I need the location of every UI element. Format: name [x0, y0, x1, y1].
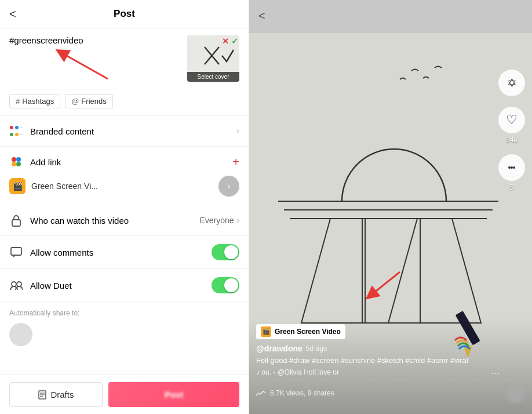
allow-duet-label: Allow Duet: [30, 281, 212, 290]
comments-action: 5: [498, 154, 525, 191]
comments-button[interactable]: [498, 154, 525, 181]
drafts-button[interactable]: Drafts: [9, 382, 103, 407]
tag-buttons-row: # Hashtags @ Friends: [0, 89, 249, 116]
hashtags-button[interactable]: # Hashtags: [9, 94, 60, 108]
add-link-icon: [9, 155, 23, 169]
stats-icon: [256, 390, 265, 397]
star-button[interactable]: ✡: [498, 70, 525, 96]
toggle-knob: [224, 245, 238, 259]
stats-text: 6.7K views, 9 shares: [270, 389, 334, 397]
everyone-text: Everyone: [200, 216, 234, 225]
avatar: [507, 384, 525, 402]
svg-point-8: [16, 162, 21, 166]
at-icon: @: [71, 97, 79, 106]
post-header: < Post: [0, 0, 249, 28]
green-screen-link-row: 🎬 Green Screen Vi... ›: [0, 171, 249, 205]
who-can-watch-label: Who can watch this video: [30, 216, 200, 226]
star-icon: ✡: [507, 76, 517, 90]
thumbnail-container[interactable]: ✕ ✓ Select cover: [187, 35, 239, 82]
who-can-watch-chevron: ›: [236, 215, 239, 226]
content-area: #greenscreenvideo: [0, 28, 249, 375]
heart-button[interactable]: ♡: [498, 107, 525, 133]
friends-button[interactable]: @ Friends: [65, 94, 113, 108]
duet-toggle-knob: [224, 278, 238, 292]
heart-count: 940: [506, 136, 518, 144]
music-row: ♪ ou. - @Olivia Holt love or: [256, 368, 525, 376]
left-panel: < Post #greenscreenvideo: [0, 0, 249, 414]
svg-point-12: [17, 282, 21, 286]
x-mark: ✕: [222, 37, 229, 46]
time-ago: 5d ago: [306, 344, 327, 353]
friends-label: Friends: [81, 97, 106, 106]
annotation-arrow: [44, 47, 114, 82]
comment-icon: [9, 245, 23, 259]
drafts-label: Drafts: [50, 390, 74, 400]
svg-point-26: [513, 166, 515, 169]
stats-row: 6.7K views, 9 shares: [256, 380, 525, 402]
duet-icon: [9, 278, 23, 292]
branded-content-row[interactable]: Branded content ›: [0, 116, 249, 147]
gs-arrow-icon: ›: [227, 181, 230, 191]
check-x-overlay: ✕ ✓: [222, 37, 238, 46]
badge-icon: 🎬: [261, 326, 271, 337]
share-circle[interactable]: [9, 323, 32, 346]
bottom-buttons: Drafts Post: [0, 375, 249, 414]
heart-action: ♡ 940: [498, 107, 525, 144]
allow-comments-row[interactable]: Allow comments: [0, 236, 249, 269]
comments-icon: [505, 161, 519, 175]
drafts-icon: [38, 390, 47, 400]
add-link-section: Add link + 🎬 Green Screen Vi... ›: [0, 147, 249, 205]
chevron-right-icon: ›: [236, 126, 239, 136]
badge-text: Green Screen Video: [275, 328, 341, 336]
add-link-row[interactable]: Add link +: [0, 147, 249, 171]
bottom-overlay: 🎬 Green Screen Video @drawdone 5d ago Fe…: [249, 318, 532, 414]
select-cover-label[interactable]: Select cover: [187, 72, 239, 82]
branded-content-icon: [9, 124, 23, 138]
svg-line-1: [61, 53, 108, 79]
branded-content-label: Branded content: [30, 126, 236, 136]
check-mark: ✓: [231, 37, 238, 46]
allow-duet-row[interactable]: Allow Duet: [0, 269, 249, 302]
caption-section: #greenscreenvideo: [0, 28, 249, 89]
svg-point-6: [16, 157, 21, 162]
green-screen-arrow-button[interactable]: ›: [218, 176, 239, 197]
username[interactable]: @drawdone: [256, 344, 303, 353]
star-action: ✡: [498, 70, 525, 96]
allow-duet-toggle[interactable]: [212, 277, 239, 293]
back-button[interactable]: <: [9, 8, 16, 21]
allow-comments-label: Allow comments: [30, 248, 212, 257]
comments-count: 5: [510, 183, 514, 191]
branded-content-right: ›: [236, 126, 239, 136]
heart-icon: ♡: [506, 112, 518, 128]
username-row: @drawdone 5d ago: [256, 344, 525, 353]
who-can-watch-row[interactable]: Who can watch this video Everyone ›: [0, 205, 249, 236]
svg-point-7: [12, 162, 16, 166]
green-screen-link-icon: 🎬: [9, 178, 25, 194]
svg-point-25: [511, 166, 513, 169]
right-back-button[interactable]: <: [258, 9, 265, 23]
who-can-watch-right: Everyone ›: [200, 215, 239, 226]
auto-share-label: Automatically share to:: [9, 309, 239, 317]
more-options-button[interactable]: ···: [491, 367, 500, 379]
right-actions: ✡ ♡ 940 5: [498, 70, 525, 191]
svg-rect-10: [11, 248, 21, 255]
lock-icon: [9, 213, 23, 227]
add-link-label: Add link: [30, 157, 232, 167]
allow-comments-toggle[interactable]: [212, 244, 239, 260]
green-screen-badge[interactable]: 🎬 Green Screen Video: [256, 324, 345, 339]
plus-icon[interactable]: +: [232, 155, 239, 169]
caption-text[interactable]: #greenscreenvideo: [9, 35, 187, 45]
page-title: Post: [114, 8, 135, 20]
post-button[interactable]: Post: [108, 382, 239, 407]
hashtag-icon: #: [16, 97, 20, 106]
svg-point-24: [508, 166, 511, 169]
green-screen-link-label: Green Screen Vi...: [31, 181, 213, 191]
svg-rect-9: [12, 220, 20, 226]
svg-point-11: [12, 282, 16, 286]
svg-point-5: [12, 157, 16, 162]
auto-share-section: Automatically share to:: [0, 302, 249, 353]
video-caption: Fell good #draw #screen #sunshine #sketc…: [256, 355, 525, 366]
right-panel: < ✡ ♡ 940: [249, 0, 532, 414]
video-background: < ✡ ♡ 940: [249, 0, 532, 414]
hashtags-label: Hashtags: [22, 97, 54, 106]
